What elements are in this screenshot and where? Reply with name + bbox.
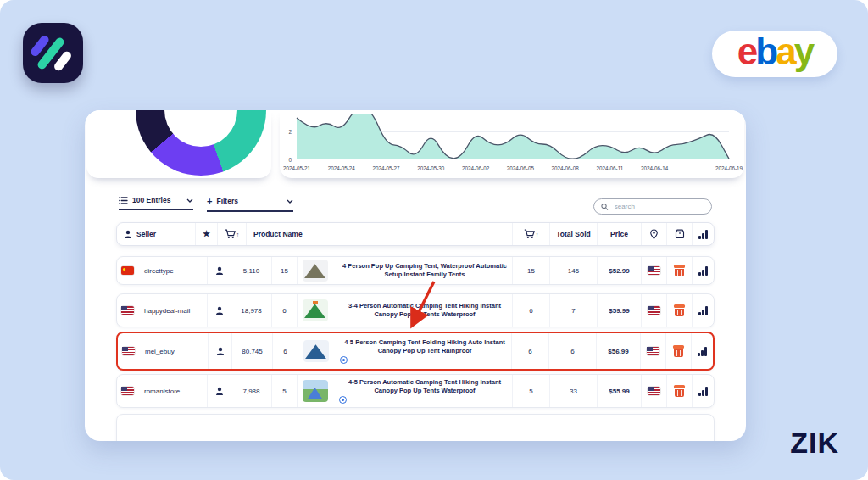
seller-name[interactable]: happydeal-mail	[144, 307, 190, 315]
header-watch-column: ★	[195, 223, 217, 245]
seller-name[interactable]: directtype	[144, 267, 174, 275]
sold-count: 6	[512, 294, 549, 327]
svg-text:2024-06-02: 2024-06-02	[462, 165, 490, 171]
seller-feedback: 7,988	[231, 375, 271, 407]
product-title[interactable]: 3-4 Person Automatic Camping Tent Hiking…	[339, 302, 510, 319]
bar-chart-icon	[698, 230, 708, 239]
total-sold-count: 145	[549, 257, 597, 284]
seller-country-flag	[121, 306, 134, 315]
header-product-name[interactable]: Product Name	[246, 223, 512, 245]
filters-dropdown[interactable]: + Filters	[207, 196, 293, 212]
table-row[interactable]: happydeal-mail 18,978 6 3-4 Person Autom…	[116, 293, 715, 327]
product-title[interactable]: 4 Person Pop Up Camping Tent, Waterproof…	[339, 262, 510, 279]
bar-chart-icon[interactable]	[698, 347, 707, 356]
seller-country-flag	[121, 266, 134, 275]
price-value: $55.99	[597, 375, 641, 407]
supplier-box-icon[interactable]	[674, 265, 685, 276]
seller-listings: 6	[271, 294, 297, 327]
bar-chart-icon[interactable]	[698, 266, 708, 276]
product-thumbnail[interactable]	[303, 340, 329, 362]
header-product-name-label: Product Name	[253, 230, 303, 238]
supplier-box-icon[interactable]	[674, 385, 685, 397]
seller-listings: 6	[272, 333, 298, 369]
bar-chart-icon[interactable]	[698, 387, 708, 396]
list-icon	[119, 197, 128, 204]
svg-text:2024-05-21: 2024-05-21	[283, 165, 311, 171]
donut-chart-card	[86, 110, 271, 178]
screen: e b a y 202024-05-212024-05-242024-05-27…	[0, 0, 868, 480]
bar-chart-icon[interactable]	[698, 306, 708, 315]
item-location-flag	[647, 347, 659, 355]
filters-label: Filters	[216, 197, 238, 205]
ebay-letter-y: y	[794, 31, 812, 73]
sales-area-chart: 202024-05-212024-05-242024-05-272024-05-…	[280, 114, 744, 178]
zik-logo	[23, 23, 83, 83]
sales-chart-card: 202024-05-212024-05-242024-05-272024-05-…	[280, 110, 744, 178]
seller-feedback: 80,745	[231, 333, 272, 369]
item-location-flag	[648, 306, 660, 315]
price-value: $56.99	[596, 333, 640, 369]
product-thumbnail[interactable]	[303, 260, 328, 282]
zik-wordmark: ZIK	[790, 427, 839, 460]
sold-count: 15	[512, 257, 549, 284]
svg-text:2024-05-24: 2024-05-24	[328, 165, 356, 171]
table-row-partial[interactable]	[116, 414, 715, 441]
seller-feedback: 5,110	[231, 257, 271, 284]
seller-name[interactable]: romanlstore	[144, 388, 180, 395]
star-icon[interactable]: ★	[203, 230, 210, 238]
product-title[interactable]: 4-5 Person Automatic Camping Tent Hiking…	[339, 378, 510, 395]
seller-listings: 5	[271, 375, 297, 407]
search-input[interactable]	[613, 202, 704, 211]
total-sold-count: 33	[549, 375, 597, 407]
header-seller[interactable]: Seller	[117, 223, 195, 245]
plus-icon: +	[207, 196, 212, 206]
header-sold-sort-2[interactable]: ↑	[512, 223, 549, 245]
price-value: $59.99	[597, 294, 641, 327]
table-row-highlighted[interactable]: mei_ebuy 80,745 6 4-5 Person Camping Ten…	[116, 332, 715, 371]
price-value: $52.99	[597, 257, 641, 284]
svg-text:2024-06-14: 2024-06-14	[641, 165, 669, 171]
header-price-label: Price	[610, 230, 628, 238]
chevron-down-icon	[186, 198, 193, 203]
top-rated-badge-icon	[340, 356, 348, 364]
svg-text:2024-06-19: 2024-06-19	[715, 165, 743, 171]
user-icon	[215, 387, 224, 395]
user-icon	[216, 347, 225, 355]
entries-dropdown[interactable]: 100 Entries	[119, 196, 193, 210]
product-thumbnail[interactable]	[303, 299, 328, 321]
package-icon	[675, 229, 685, 239]
header-shipping-column[interactable]	[666, 223, 692, 245]
svg-text:2024-05-27: 2024-05-27	[372, 165, 400, 171]
header-sold-sort[interactable]: ↑	[217, 223, 246, 245]
table-row[interactable]: romanlstore 7,988 5 4-5 Person Automatic…	[116, 374, 715, 408]
header-location-column[interactable]	[641, 223, 666, 245]
sort-arrow-icon: ↑	[536, 232, 539, 237]
ebay-letter-a: a	[776, 31, 793, 73]
header-analytics-column[interactable]	[692, 223, 714, 245]
seller-name[interactable]: mei_ebuy	[145, 348, 175, 355]
top-rated-badge-icon	[339, 396, 347, 404]
svg-text:2024-06-08: 2024-06-08	[551, 165, 579, 171]
item-location-flag	[648, 387, 660, 395]
total-sold-count: 7	[549, 294, 597, 327]
dashboard-card: 202024-05-212024-05-242024-05-272024-05-…	[85, 110, 746, 441]
seller-country-flag	[121, 387, 134, 395]
header-price[interactable]: Price	[597, 223, 641, 245]
search-box[interactable]	[593, 198, 712, 215]
header-total-sold-label: Total Sold	[556, 230, 590, 238]
table-header-row: Seller ★ ↑ Product Name ↑ Total Sold Pri…	[116, 222, 715, 246]
user-icon	[124, 230, 132, 238]
header-total-sold[interactable]: Total Sold	[549, 223, 597, 245]
supplier-box-icon[interactable]	[673, 345, 684, 357]
product-title[interactable]: 4-5 Person Camping Tent Folding Hiking A…	[340, 338, 509, 355]
svg-text:2024-05-30: 2024-05-30	[417, 165, 445, 171]
sold-count: 6	[511, 333, 548, 369]
user-icon	[215, 306, 224, 315]
item-location-flag	[648, 266, 660, 275]
ebay-letter-b: b	[755, 31, 776, 73]
supplier-box-icon[interactable]	[674, 304, 685, 316]
table-row[interactable]: directtype 5,110 15 4 Person Pop Up Camp…	[116, 256, 715, 285]
location-pin-icon	[649, 229, 659, 240]
product-thumbnail[interactable]	[303, 380, 328, 402]
svg-text:0: 0	[288, 157, 292, 163]
